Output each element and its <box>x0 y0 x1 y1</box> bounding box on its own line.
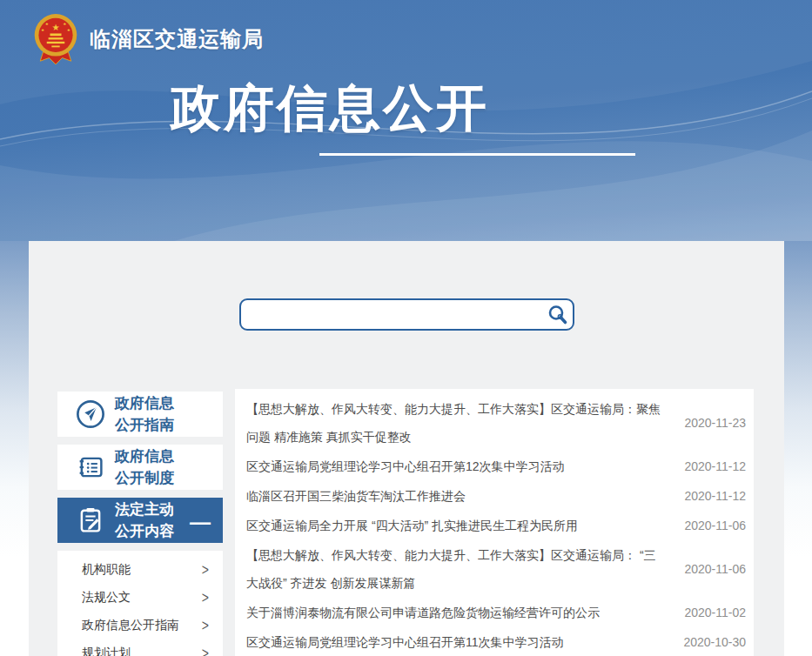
news-row: 临淄区召开国三柴油货车淘汰工作推进会 2020-11-12 <box>246 482 746 510</box>
news-date: 2020-10-30 <box>674 635 746 649</box>
svg-text:★: ★ <box>45 22 49 26</box>
news-row: 区交通运输局全力开展 “四大活动” 扎实推进民生工程为民所用 2020-11-0… <box>246 512 746 539</box>
sidebar-item-gov-info-guide[interactable]: 政府信息 公开指南 <box>57 392 223 437</box>
search-input[interactable] <box>241 300 543 329</box>
news-title-link[interactable]: 区交通运输局全力开展 “四大活动” 扎实推进民生工程为民所用 <box>246 512 666 539</box>
notebook-icon <box>74 451 107 484</box>
page-title: 政府信息公开 <box>171 75 489 143</box>
news-row: 区交通运输局党组理论学习中心组召开第11次集中学习活动 2020-10-30 <box>246 628 746 656</box>
svg-text:★: ★ <box>51 23 59 32</box>
compass-icon <box>74 398 107 431</box>
sidebar-item-label: 法定主动 公开内容 <box>115 499 174 542</box>
sidebar-submenu: 机构职能 > 法规公文 > 政府信息公开指南 > 规划计划 > <box>57 551 223 656</box>
news-title-link[interactable]: 区交通运输局党组理论学习中心组召开第11次集中学习活动 <box>246 628 666 656</box>
news-date: 2020-11-02 <box>674 606 746 619</box>
news-title-link[interactable]: 区交通运输局党组理论学习中心组召开第12次集中学习活动 <box>246 452 666 480</box>
collapse-minus-icon[interactable]: — <box>190 510 211 534</box>
submenu-item[interactable]: 规划计划 > <box>57 639 223 656</box>
sidebar-item-statutory-disclosure[interactable]: 法定主动 公开内容 — <box>57 498 223 543</box>
clipboard-pencil-icon <box>74 504 107 537</box>
svg-text:★: ★ <box>41 28 44 32</box>
sidebar-item-label: 政府信息 公开指南 <box>115 392 174 436</box>
news-title-link[interactable]: 【思想大解放、作风大转变、能力大提升、工作大落实】区交通运输局：聚焦问题 精准施… <box>246 395 666 451</box>
chevron-right-icon: > <box>202 645 209 656</box>
chevron-right-icon: > <box>202 589 209 607</box>
news-row: 关于淄博润泰物流有限公司申请道路危险货物运输经营许可的公示 2020-11-02 <box>246 599 746 626</box>
page: ★ ★ ★ ★ ★ 临淄区交通运输局 政府信息公开 <box>0 0 812 656</box>
submenu-item-label: 机构职能 <box>82 562 131 578</box>
svg-text:★: ★ <box>67 28 70 32</box>
search-button[interactable] <box>543 300 573 329</box>
news-row: 区交通运输局党组理论学习中心组召开第12次集中学习活动 2020-11-12 <box>246 452 746 480</box>
national-emblem-icon: ★ ★ ★ ★ ★ <box>31 12 80 66</box>
content-panel: 政府信息 公开指南 <box>29 241 784 656</box>
news-title-link[interactable]: 关于淄博润泰物流有限公司申请道路危险货物运输经营许可的公示 <box>246 599 666 626</box>
sidebar-item-label: 政府信息 公开制度 <box>115 445 174 489</box>
submenu-item-label: 法规公文 <box>82 590 131 606</box>
news-date: 2020-11-23 <box>674 416 746 430</box>
news-date: 2020-11-12 <box>674 459 746 473</box>
submenu-item[interactable]: 机构职能 > <box>57 556 223 584</box>
chevron-right-icon: > <box>202 617 209 635</box>
search-box <box>239 298 574 331</box>
sidebar: 政府信息 公开指南 <box>57 392 223 656</box>
title-underline <box>319 153 635 156</box>
submenu-item-label: 政府信息公开指南 <box>82 618 179 633</box>
submenu-item[interactable]: 政府信息公开指南 > <box>57 612 223 639</box>
news-title-link[interactable]: 【思想大解放、作风大转变、能力大提升、工作大落实】区交通运输局： “三大战役” … <box>246 541 666 597</box>
submenu-item-label: 规划计划 <box>82 646 131 656</box>
news-date: 2020-11-12 <box>674 489 746 503</box>
agency-name: 临淄区交通运输局 <box>90 25 264 53</box>
chevron-right-icon: > <box>202 561 209 579</box>
svg-text:★: ★ <box>63 22 66 26</box>
news-row: 【思想大解放、作风大转变、能力大提升、工作大落实】区交通运输局： “三大战役” … <box>246 541 746 597</box>
submenu-item[interactable]: 法规公文 > <box>57 584 223 612</box>
news-title-link[interactable]: 临淄区召开国三柴油货车淘汰工作推进会 <box>246 482 666 510</box>
search-icon <box>547 304 569 326</box>
news-row: 【思想大解放、作风大转变、能力大提升、工作大落实】区交通运输局：聚焦问题 精准施… <box>246 395 746 451</box>
news-date: 2020-11-06 <box>674 562 746 576</box>
news-list: 【思想大解放、作风大转变、能力大提升、工作大落实】区交通运输局：聚焦问题 精准施… <box>235 389 754 656</box>
banner: ★ ★ ★ ★ ★ 临淄区交通运输局 政府信息公开 <box>0 0 812 241</box>
sidebar-item-gov-info-system[interactable]: 政府信息 公开制度 <box>57 445 223 490</box>
site-brand[interactable]: ★ ★ ★ ★ ★ 临淄区交通运输局 <box>31 12 264 66</box>
news-date: 2020-11-06 <box>674 519 746 532</box>
